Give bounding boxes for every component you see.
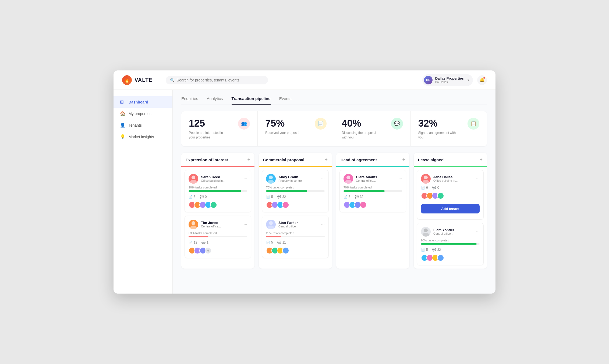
deal-avatars (266, 247, 325, 254)
svg-point-13 (423, 233, 429, 237)
tab-events[interactable]: Events (279, 96, 292, 105)
file-count: 📄5 (189, 195, 196, 199)
progress-fill (344, 190, 385, 192)
svg-point-8 (346, 176, 350, 179)
file-count: 📄5 (344, 195, 350, 199)
tab-transaction-pipeline[interactable]: Transaction pipeline (232, 96, 271, 105)
user-info: Dallas Properties Bo Dallas (435, 76, 464, 84)
stat-number: 125 (189, 118, 226, 129)
user-icon: 👤 (120, 123, 125, 128)
app-window: 🔥 VALTE 🔍 DP Dallas Properties Bo Dallas… (114, 70, 495, 294)
deal-counts: 📄12 💬1 (189, 241, 247, 244)
deal-counts: 📄5 💬0 (189, 195, 247, 199)
deal-card-liam-yonder: Liam Yonder Central office... ··· 95% ta… (417, 223, 484, 265)
deal-menu-icon[interactable]: ··· (399, 176, 402, 181)
file-count: 📄6 (421, 186, 428, 190)
deal-menu-icon[interactable]: ··· (321, 222, 325, 227)
avatar (421, 227, 431, 237)
tabs: Enquiries Analytics Transaction pipeline… (181, 96, 487, 105)
col-add-button[interactable]: + (402, 157, 405, 163)
tab-analytics[interactable]: Analytics (207, 96, 223, 105)
avatar (189, 174, 198, 184)
sidebar-item-market-insights[interactable]: 💡 Market insights (114, 131, 172, 142)
deal-card-andy-braun: Andy Braun Property in centre ··· 70% ta… (262, 170, 329, 212)
sidebar-item-tenants[interactable]: 👤 Tenants (114, 119, 172, 131)
col-add-button[interactable]: + (325, 157, 328, 163)
add-tenant-button[interactable]: Add tenant (421, 204, 480, 213)
stat-desc: Discussing the proposal with you (342, 131, 380, 140)
progress-fill (189, 236, 208, 237)
comment-count: 💬32 (277, 195, 286, 199)
sidebar-item-dashboard[interactable]: ⊞ Dashboard (114, 96, 172, 108)
avatar (189, 220, 198, 229)
avatar (344, 174, 353, 184)
col-add-button[interactable]: + (247, 157, 250, 163)
notification-button[interactable]: 🔔 1 (477, 75, 487, 85)
stat-card-interested: 125 People are interested in your proper… (181, 111, 258, 146)
stat-desc: Received your proposal (265, 131, 299, 135)
svg-point-12 (424, 229, 428, 232)
stat-card-signed: 32% Signed an agreement with you 📋 (411, 111, 487, 146)
kanban-col-lease-signed: Lease signed + (414, 153, 487, 269)
deal-card-jane-dallas: Jane Dallas Office building in... ··· 📄6… (417, 170, 484, 220)
progress-label: 25% tasks completed (266, 231, 325, 235)
chevron-down-icon: ▾ (468, 78, 469, 82)
deal-name: Sarah Reed (201, 175, 225, 179)
deal-avatars: + (189, 247, 247, 254)
mini-avatar (437, 254, 444, 261)
main-layout: ⊞ Dashboard 🏠 My properties 👤 Tenants 💡 … (114, 90, 495, 294)
progress-bar (266, 190, 325, 192)
deal-sub: Central office... (201, 225, 221, 228)
deal-name: Tim Jones (201, 221, 221, 225)
search-bar[interactable]: 🔍 (166, 76, 268, 84)
deal-menu-icon[interactable]: ··· (321, 176, 325, 181)
deal-menu-icon[interactable]: ··· (244, 176, 247, 181)
deal-avatars (421, 254, 480, 261)
sidebar: ⊞ Dashboard 🏠 My properties 👤 Tenants 💡 … (114, 90, 173, 294)
deal-card-sarah-reed: Sarah Reed Office building in... ··· 90%… (185, 170, 251, 212)
svg-point-11 (423, 180, 429, 184)
mini-avatar (282, 247, 289, 254)
progress-label: 70% tasks completed (266, 186, 325, 189)
col-add-button[interactable]: + (480, 157, 483, 163)
deal-menu-icon[interactable]: ··· (476, 176, 480, 181)
progress-fill (189, 190, 241, 192)
sidebar-item-my-properties[interactable]: 🏠 My properties (114, 108, 172, 119)
deal-name: Stan Parker (278, 221, 298, 225)
deal-avatars (266, 201, 325, 208)
stat-icon-signed: 📋 (468, 118, 479, 130)
svg-point-2 (192, 221, 195, 225)
progress-bar (189, 236, 247, 237)
content-area: Enquiries Analytics Transaction pipeline… (173, 90, 495, 294)
svg-point-0 (192, 176, 195, 179)
dashboard-icon: ⊞ (120, 99, 125, 105)
deal-card-stan-parker: Stan Parker Central office... ··· 25% ta… (262, 216, 329, 258)
sidebar-item-label: Dashboard (129, 100, 148, 104)
deal-menu-icon[interactable]: ··· (244, 222, 247, 227)
stats-row: 125 People are interested in your proper… (181, 111, 487, 146)
progress-label: 95% tasks completed (421, 239, 480, 242)
deal-name: Liam Yonder (433, 228, 454, 232)
col-title: Commercial proposal (263, 158, 304, 162)
avatar (266, 220, 276, 229)
deal-name: Andy Braun (278, 175, 302, 179)
comment-count: 💬32 (355, 195, 363, 199)
search-input[interactable] (177, 78, 264, 82)
svg-point-7 (268, 226, 274, 229)
deal-menu-icon[interactable]: ··· (476, 229, 480, 234)
kanban-col-commercial: Commercial proposal + (259, 153, 332, 269)
comment-count: 💬1 (201, 241, 208, 244)
progress-bar (344, 190, 402, 192)
logo-text: VALTE (134, 77, 153, 83)
svg-point-10 (424, 176, 428, 179)
col-header-lease-signed: Lease signed + (414, 153, 487, 167)
deal-avatars (421, 192, 480, 199)
mini-avatar (282, 201, 289, 208)
tab-enquiries[interactable]: Enquiries (181, 96, 198, 105)
mini-avatar-placeholder: + (205, 247, 212, 254)
deal-sub: Central office... (356, 179, 377, 182)
mini-avatar (437, 192, 444, 199)
user-badge[interactable]: DP Dallas Properties Bo Dallas ▾ (422, 74, 473, 86)
col-header-expression: Expression of interest + (181, 153, 254, 167)
deal-sub: Office building in... (201, 179, 225, 182)
